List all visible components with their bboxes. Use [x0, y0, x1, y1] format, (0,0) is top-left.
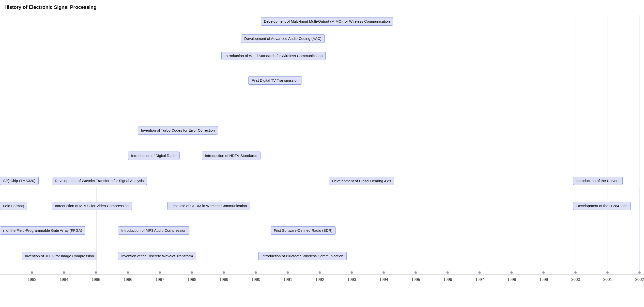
- year-label: 1998: [507, 278, 516, 285]
- year-dot: [606, 271, 609, 274]
- event-box: Introduction of Digital Radio: [128, 152, 180, 160]
- connector-line: [544, 28, 544, 272]
- year-label: 2000: [571, 278, 580, 285]
- timeline-axis: [0, 274, 644, 275]
- connector-line: [512, 45, 512, 272]
- year-label: 1987: [156, 278, 164, 285]
- year-label: 1983: [28, 278, 36, 285]
- connector-line: [256, 263, 256, 272]
- event-box: Development of the H.264 Vide: [573, 202, 631, 210]
- year-dot: [159, 271, 161, 274]
- event-box: udio Format): [0, 202, 27, 210]
- event-box: SP) Chip (TMS320): [0, 176, 38, 185]
- connector-line: [224, 212, 224, 272]
- year-label: 1986: [124, 278, 132, 285]
- event-box: Development of Advanced Audio Coding (AA…: [241, 34, 325, 43]
- event-box: Introduction of the Univers: [573, 176, 622, 185]
- connector-line: [480, 62, 480, 272]
- year-label: 1989: [220, 278, 228, 285]
- event-box: First Software-Defined Radio (SDR): [270, 226, 336, 235]
- year-label: 1997: [475, 278, 484, 285]
- year-dot: [31, 271, 33, 274]
- year-label: 1996: [443, 278, 452, 285]
- event-box: Development of Wavelet Transform for Sig…: [52, 176, 147, 185]
- year-label: 1988: [188, 278, 196, 285]
- event-box: Development of Digital Hearing Aids: [329, 177, 394, 185]
- year-label: 1984: [60, 278, 68, 285]
- event-box: Invention of Turbo Codes for Error Corre…: [138, 126, 218, 134]
- connector-line: [96, 263, 96, 272]
- event-box: First Use of OFDM in Wireless Communicat…: [167, 202, 250, 210]
- year-label: 1991: [284, 278, 292, 285]
- event-box: n of the Field-Programmable Gate Array (…: [0, 226, 85, 235]
- year-dot: [574, 271, 577, 274]
- event-box: Invention of JPEG for Image Compression: [22, 252, 97, 260]
- year-label: 2001: [603, 278, 612, 285]
- connector-line: [416, 188, 416, 272]
- event-box: Introduction of HDTV Standards: [202, 152, 260, 160]
- event-box: Development of Multi-Input Multi-Output …: [261, 17, 393, 26]
- chart-title: History of Electronic Signal Processing: [4, 4, 97, 10]
- year-dot: [350, 271, 353, 274]
- year-label: 1993: [347, 278, 356, 285]
- year-label: 1995: [411, 278, 420, 285]
- event-box: Introduction of Wi-Fi Standards for Wire…: [222, 52, 326, 60]
- year-label: 1990: [252, 278, 260, 285]
- year-label: 1994: [379, 278, 388, 285]
- event-box: Introduction of Bluetooth Wireless Commu…: [258, 252, 346, 260]
- year-label: 1985: [92, 278, 100, 285]
- year-label: 2002: [635, 278, 644, 285]
- connector-line: [640, 212, 640, 272]
- connector-line: [448, 87, 448, 272]
- year-dot: [63, 271, 65, 274]
- year-gridline: [608, 15, 608, 272]
- event-box: First Digital TV Transmission: [248, 76, 302, 84]
- year-dot: [127, 271, 129, 274]
- event-box: Introduction of MP3 Audio Compression: [118, 226, 190, 235]
- event-box: Introduction of MPEG for Video Compressi…: [52, 202, 132, 210]
- chart-container: History of Electronic Signal Processing …: [0, 0, 644, 307]
- year-label: 1992: [315, 278, 324, 285]
- year-gridline: [576, 15, 576, 272]
- year-label: 1999: [539, 278, 548, 285]
- year-gridline: [352, 15, 352, 272]
- event-box: Invention of the Discrete Wavelet Transf…: [118, 252, 196, 260]
